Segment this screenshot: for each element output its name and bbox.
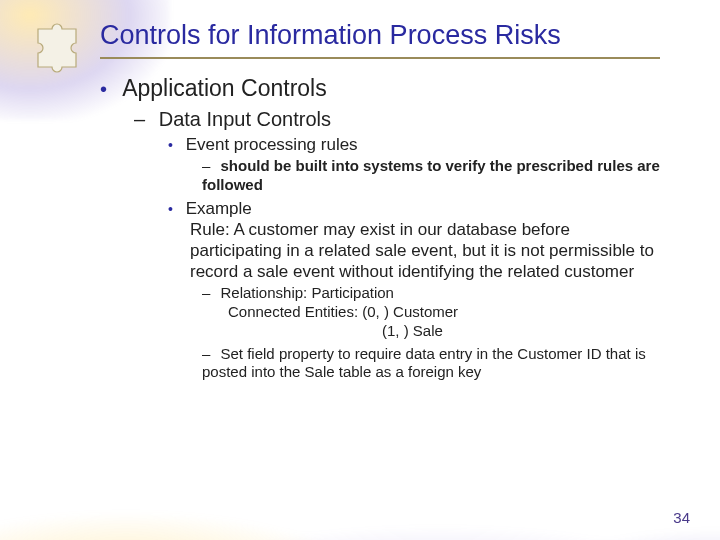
bullet-l3b-label: Example bbox=[186, 199, 252, 218]
list-item: Relationship: Participation Connected En… bbox=[202, 284, 660, 340]
decorative-glow-bottom bbox=[0, 410, 720, 540]
slide-title: Controls for Information Process Risks bbox=[100, 20, 660, 51]
bullet-l3a-sub-text: should be built into systems to verify t… bbox=[202, 157, 660, 193]
title-underline bbox=[100, 57, 660, 59]
bullet-l3a-text: Event processing rules bbox=[186, 135, 358, 154]
list-item: Set field property to require data entry… bbox=[202, 345, 660, 383]
slide-content: Controls for Information Process Risks A… bbox=[0, 0, 720, 382]
list-item: Event processing rules should be built i… bbox=[168, 135, 660, 195]
list-item: should be built into systems to verify t… bbox=[202, 157, 660, 195]
bullet-l2-text: Data Input Controls bbox=[159, 108, 331, 130]
list-item: Application Controls Data Input Controls… bbox=[100, 75, 660, 382]
rel-line1: Relationship: Participation bbox=[221, 284, 394, 301]
rel-line2: Connected Entities: (0, ) Customer bbox=[215, 303, 458, 322]
bullet-l3b-body: Rule: A customer may exist in our databa… bbox=[168, 219, 660, 283]
list-item: Example Rule: A customer may exist in ou… bbox=[168, 199, 660, 383]
bullet-l1-text: Application Controls bbox=[122, 75, 327, 101]
bullet-list: Application Controls Data Input Controls… bbox=[100, 75, 660, 382]
page-number: 34 bbox=[673, 509, 690, 526]
bullet-l3b-sub2-text: Set field property to require data entry… bbox=[202, 345, 646, 381]
rel-line3: (1, ) Sale bbox=[202, 322, 660, 341]
list-item: Data Input Controls Event processing rul… bbox=[134, 108, 660, 382]
